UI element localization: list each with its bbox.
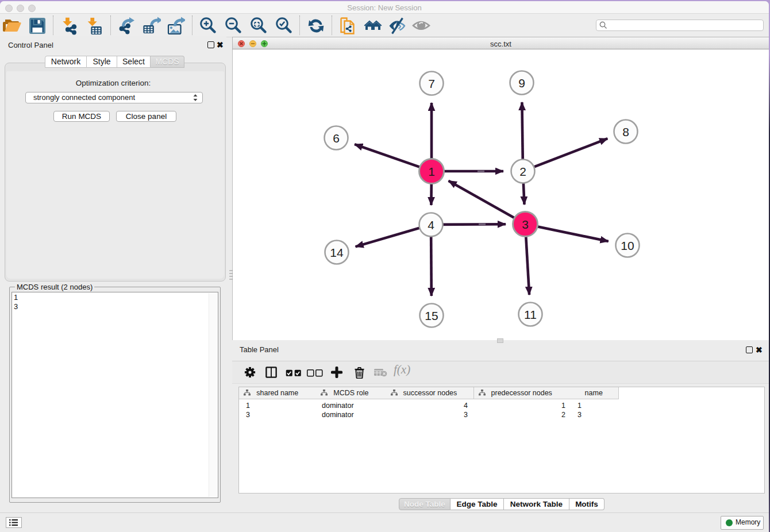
svg-text:1: 1 <box>428 165 435 178</box>
svg-text:3: 3 <box>522 218 529 231</box>
svg-text:4: 4 <box>428 218 434 232</box>
svg-text:9: 9 <box>518 76 525 90</box>
svg-text:7: 7 <box>428 77 435 90</box>
svg-text:6: 6 <box>333 132 340 145</box>
svg-text:8: 8 <box>622 125 629 138</box>
svg-text:14: 14 <box>330 246 344 259</box>
svg-text:11: 11 <box>524 308 537 321</box>
svg-text:2: 2 <box>519 165 526 178</box>
svg-text:15: 15 <box>425 309 438 322</box>
svg-text:10: 10 <box>621 239 634 252</box>
